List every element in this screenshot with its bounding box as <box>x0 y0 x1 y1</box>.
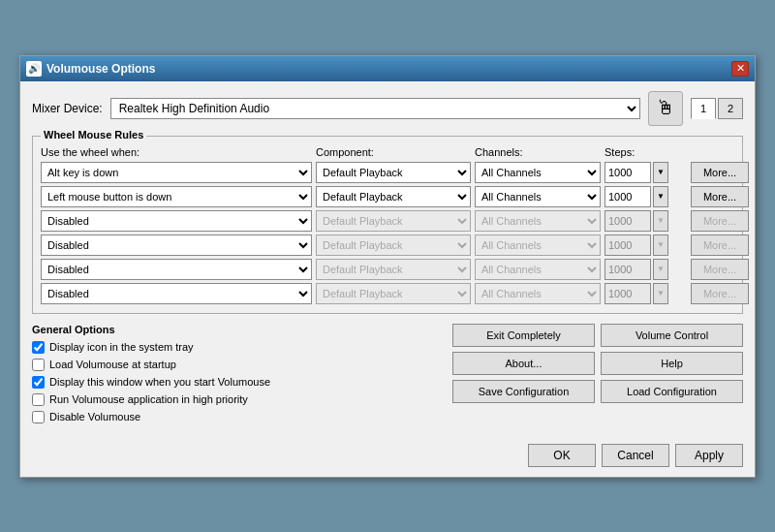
wheel-rule-row: Disabled Default Playback All Channels ▼… <box>41 235 734 256</box>
component-select-0[interactable]: Default Playback <box>316 162 471 183</box>
action-row-3: Save Configuration Load Configuration <box>452 380 743 403</box>
more-btn-3[interactable]: More... <box>691 235 749 256</box>
channels-select-0[interactable]: All Channels <box>475 162 601 183</box>
checkbox-1[interactable] <box>32 359 45 371</box>
steps-arrow-5: ▼ <box>653 283 668 304</box>
channels-select-1[interactable]: All Channels <box>475 186 601 207</box>
header-steps: Steps: <box>604 146 687 158</box>
steps-input-1[interactable] <box>604 186 651 207</box>
checkbox-2[interactable] <box>32 376 45 389</box>
load-configuration-button[interactable]: Load Configuration <box>601 380 743 403</box>
checkbox-row-2: Display this window when you start Volum… <box>32 376 443 389</box>
exit-completely-button[interactable]: Exit Completely <box>452 324 595 347</box>
header-component: Component: <box>316 146 471 158</box>
checkbox-label-0: Display icon in the system tray <box>49 341 194 353</box>
steps-cell-0: ▼ <box>604 162 687 183</box>
checkbox-0[interactable] <box>32 341 45 354</box>
steps-input-2[interactable] <box>604 210 651 232</box>
window-content: Mixer Device: Realtek High Definition Au… <box>20 81 755 438</box>
checkbox-label-3: Run Volumouse application in high priori… <box>49 393 248 405</box>
steps-arrow-1[interactable]: ▼ <box>653 186 668 207</box>
steps-arrow-2: ▼ <box>653 210 668 232</box>
more-btn-4[interactable]: More... <box>691 259 749 280</box>
checkbox-label-1: Load Volumouse at startup <box>49 359 176 370</box>
mouse-icon: 🖱 <box>648 91 683 126</box>
window-title: Volumouse Options <box>46 62 155 76</box>
steps-input-3[interactable] <box>604 235 651 256</box>
bottom-bar: OK Cancel Apply <box>20 438 755 477</box>
header-when: Use the wheel when: <box>41 146 312 158</box>
checkbox-3[interactable] <box>32 393 45 406</box>
wheel-rules-title: Wheel Mouse Rules <box>41 129 146 141</box>
steps-cell-1: ▼ <box>604 186 687 207</box>
general-options-panel: General Options Display icon in the syst… <box>32 324 443 428</box>
steps-cell-4: ▼ <box>604 259 687 280</box>
channels-select-4[interactable]: All Channels <box>475 259 601 280</box>
action-buttons-panel: Exit Completely Volume Control About... … <box>452 324 743 428</box>
component-select-1[interactable]: Default Playback <box>316 186 471 207</box>
checkbox-row-4: Disable Volumouse <box>32 411 443 423</box>
help-button[interactable]: Help <box>601 352 743 375</box>
steps-cell-2: ▼ <box>604 210 687 232</box>
action-row-2: About... Help <box>452 352 743 375</box>
when-select-0[interactable]: Alt key is down <box>41 162 312 183</box>
more-btn-2[interactable]: More... <box>691 210 749 232</box>
mixer-row: Mixer Device: Realtek High Definition Au… <box>32 91 743 126</box>
wheel-rules-group: Wheel Mouse Rules Use the wheel when: Co… <box>32 136 743 314</box>
when-select-2[interactable]: Disabled <box>41 210 312 232</box>
channels-select-5[interactable]: All Channels <box>475 283 601 304</box>
when-select-5[interactable]: Disabled <box>41 283 312 304</box>
close-button[interactable]: ✕ <box>731 61 749 77</box>
when-select-1[interactable]: Left mouse button is down <box>41 186 312 207</box>
checkbox-4[interactable] <box>32 411 45 423</box>
action-row-1: Exit Completely Volume Control <box>452 324 743 347</box>
cancel-button[interactable]: Cancel <box>602 444 669 467</box>
steps-input-0[interactable] <box>604 162 651 183</box>
wheel-rule-row: Alt key is down Default Playback All Cha… <box>41 162 734 183</box>
page-2-button[interactable]: 2 <box>718 98 743 119</box>
wheel-rule-row: Disabled Default Playback All Channels ▼… <box>41 210 734 232</box>
component-select-2[interactable]: Default Playback <box>316 210 471 232</box>
component-select-5[interactable]: Default Playback <box>316 283 471 304</box>
checkbox-row-0: Display icon in the system tray <box>32 341 443 354</box>
page-buttons: 1 2 <box>691 98 743 119</box>
wheel-rule-row: Disabled Default Playback All Channels ▼… <box>41 259 734 280</box>
checkbox-label-4: Disable Volumouse <box>49 411 140 422</box>
save-configuration-button[interactable]: Save Configuration <box>452 380 595 403</box>
steps-arrow-0[interactable]: ▼ <box>653 162 668 183</box>
wheel-rule-row: Disabled Default Playback All Channels ▼… <box>41 283 734 304</box>
component-select-4[interactable]: Default Playback <box>316 259 471 280</box>
ok-button[interactable]: OK <box>528 444 596 467</box>
apply-button[interactable]: Apply <box>675 444 743 467</box>
channels-select-3[interactable]: All Channels <box>475 235 601 256</box>
checkbox-row-3: Run Volumouse application in high priori… <box>32 393 443 406</box>
title-bar-left: 🔊 Volumouse Options <box>26 61 155 77</box>
steps-input-4[interactable] <box>604 259 651 280</box>
when-select-3[interactable]: Disabled <box>41 235 312 256</box>
when-select-4[interactable]: Disabled <box>41 259 312 280</box>
more-btn-5[interactable]: More... <box>691 283 749 304</box>
wheel-rule-row: Left mouse button is down Default Playba… <box>41 186 734 207</box>
steps-cell-5: ▼ <box>604 283 687 304</box>
mixer-label: Mixer Device: <box>32 102 103 115</box>
app-icon: 🔊 <box>26 61 42 77</box>
more-btn-0[interactable]: More... <box>691 162 749 183</box>
wheel-rules-header: Use the wheel when: Component: Channels:… <box>41 142 734 158</box>
more-btn-1[interactable]: More... <box>691 186 749 207</box>
steps-arrow-3: ▼ <box>653 235 668 256</box>
volume-control-button[interactable]: Volume Control <box>601 324 743 347</box>
about-button[interactable]: About... <box>452 352 595 375</box>
checkbox-row-1: Load Volumouse at startup <box>32 359 443 371</box>
main-window: 🔊 Volumouse Options ✕ Mixer Device: Real… <box>19 55 756 478</box>
steps-arrow-4: ▼ <box>653 259 668 280</box>
steps-cell-3: ▼ <box>604 235 687 256</box>
channels-select-2[interactable]: All Channels <box>475 210 601 232</box>
steps-input-5[interactable] <box>604 283 651 304</box>
general-options-title: General Options <box>32 324 443 335</box>
mixer-device-select[interactable]: Realtek High Definition Audio <box>110 98 640 119</box>
title-bar: 🔊 Volumouse Options ✕ <box>20 56 755 81</box>
component-select-3[interactable]: Default Playback <box>316 235 471 256</box>
page-1-button[interactable]: 1 <box>691 98 716 119</box>
checkbox-label-2: Display this window when you start Volum… <box>49 376 270 388</box>
header-more <box>691 146 749 158</box>
